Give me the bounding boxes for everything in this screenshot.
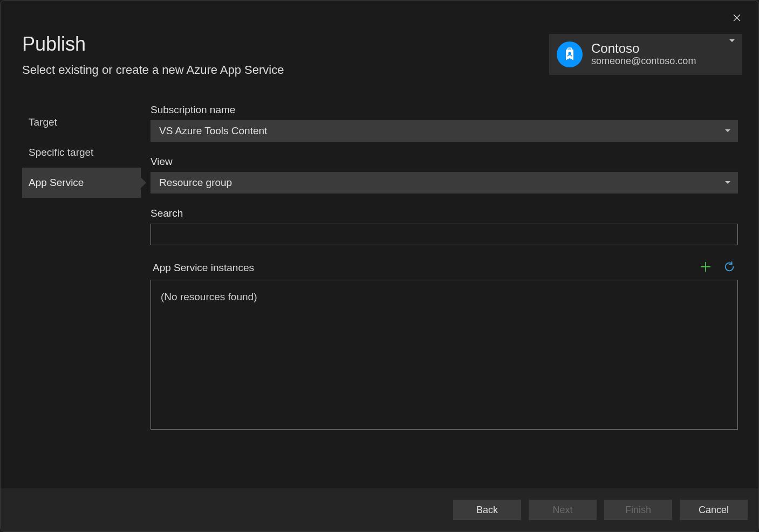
instances-actions xyxy=(699,261,736,274)
search-label: Search xyxy=(151,208,738,219)
button-label: Next xyxy=(552,505,572,516)
back-button[interactable]: Back xyxy=(453,500,521,520)
account-text: Contoso someone@contoso.com xyxy=(591,42,729,67)
plus-icon xyxy=(700,261,712,275)
button-label: Finish xyxy=(625,505,651,516)
dialog-body: Target Specific target App Service Subsc… xyxy=(1,104,758,430)
button-label: Back xyxy=(476,505,498,516)
sidebar-item-label: Target xyxy=(29,116,57,128)
button-label: Cancel xyxy=(699,505,729,516)
instances-empty-message: (No resources found) xyxy=(161,291,257,302)
next-button: Next xyxy=(529,500,597,520)
instances-label: App Service instances xyxy=(153,262,254,274)
search-input[interactable] xyxy=(151,224,738,245)
cancel-button[interactable]: Cancel xyxy=(680,500,748,520)
chevron-down-icon xyxy=(725,129,730,132)
refresh-instances-button[interactable] xyxy=(723,261,736,274)
account-email: someone@contoso.com xyxy=(591,56,729,67)
close-button[interactable] xyxy=(730,12,743,25)
dialog-footer: Back Next Finish Cancel xyxy=(1,488,758,531)
instances-list[interactable]: (No resources found) xyxy=(151,280,738,430)
close-icon xyxy=(732,13,742,25)
subscription-name-value: VS Azure Tools Content xyxy=(159,125,267,137)
main-panel: Subscription name VS Azure Tools Content… xyxy=(141,104,758,430)
view-value: Resource group xyxy=(159,177,232,189)
sidebar-item-specific-target[interactable]: Specific target xyxy=(22,137,141,168)
chevron-down-icon xyxy=(725,181,730,184)
view-dropdown[interactable]: Resource group xyxy=(151,172,738,194)
add-instance-button[interactable] xyxy=(699,261,712,274)
instances-header: App Service instances xyxy=(151,261,738,274)
wizard-steps-sidebar: Target Specific target App Service xyxy=(1,104,141,430)
chevron-down-icon xyxy=(729,39,735,42)
sidebar-item-label: Specific target xyxy=(29,147,93,158)
svg-point-2 xyxy=(568,52,571,54)
finish-button: Finish xyxy=(604,500,672,520)
refresh-icon xyxy=(723,261,735,275)
account-badge-icon xyxy=(557,42,583,67)
account-selector[interactable]: Contoso someone@contoso.com xyxy=(549,34,742,75)
view-label: View xyxy=(151,156,738,168)
account-name: Contoso xyxy=(591,42,729,56)
publish-dialog: Publish Select existing or create a new … xyxy=(0,0,759,532)
sidebar-item-app-service[interactable]: App Service xyxy=(22,168,141,198)
sidebar-item-label: App Service xyxy=(29,177,84,189)
subscription-name-dropdown[interactable]: VS Azure Tools Content xyxy=(151,120,738,142)
sidebar-item-target[interactable]: Target xyxy=(22,107,141,137)
subscription-name-label: Subscription name xyxy=(151,104,738,116)
